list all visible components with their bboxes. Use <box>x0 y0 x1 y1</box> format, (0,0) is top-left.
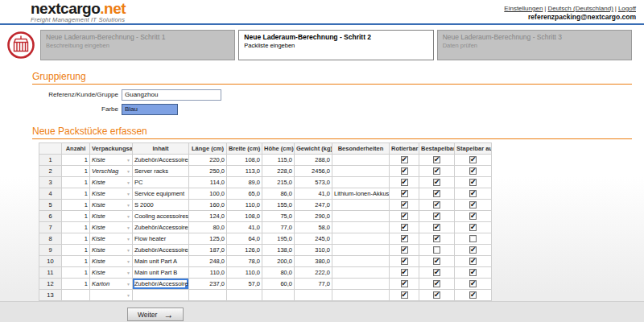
gewicht-cell[interactable]: 41,0 <box>295 188 332 199</box>
hoehe-cell[interactable]: 195,0 <box>262 233 295 244</box>
checkbox-icon[interactable] <box>401 246 408 254</box>
gewicht-cell[interactable]: 288,0 <box>295 154 332 165</box>
checkbox-icon[interactable] <box>401 201 408 208</box>
link-einstellungen[interactable]: Einstellungen <box>504 5 543 12</box>
laenge-cell[interactable]: 125,0 <box>189 233 227 244</box>
hoehe-cell[interactable]: 80,0 <box>262 266 295 278</box>
bestapelbar-cell[interactable] <box>419 154 455 165</box>
breite-cell[interactable] <box>227 289 262 300</box>
color-input[interactable] <box>122 104 178 115</box>
besonderheiten-cell[interactable] <box>332 289 390 300</box>
gewicht-cell[interactable]: 310,0 <box>295 244 332 255</box>
checkbox-icon[interactable] <box>433 167 440 175</box>
gewicht-cell[interactable]: 247,0 <box>295 199 332 210</box>
laenge-cell[interactable] <box>189 289 227 300</box>
chevron-down-icon[interactable]: ▼ <box>126 203 130 208</box>
hoehe-cell[interactable] <box>262 289 295 300</box>
chevron-down-icon[interactable]: ▼ <box>126 259 130 264</box>
checkbox-icon[interactable] <box>469 258 477 265</box>
checkbox-icon[interactable] <box>469 167 477 175</box>
besonderheiten-cell[interactable] <box>332 210 390 221</box>
checkbox-icon[interactable] <box>469 224 477 231</box>
hoehe-cell[interactable]: 138,0 <box>262 244 295 255</box>
chevron-down-icon[interactable]: ▼ <box>126 192 130 196</box>
rotierbar-cell[interactable] <box>390 233 419 244</box>
bestapelbar-cell[interactable] <box>419 176 455 188</box>
checkbox-icon[interactable] <box>469 213 477 220</box>
bestapelbar-cell[interactable] <box>419 188 455 199</box>
checkbox-icon[interactable] <box>401 224 408 231</box>
hoehe-cell[interactable]: 75,0 <box>262 210 295 221</box>
anzahl-cell[interactable]: 1 <box>62 255 90 266</box>
checkbox-icon[interactable] <box>401 258 408 265</box>
bestapelbar-cell[interactable] <box>419 221 455 233</box>
besonderheiten-cell[interactable] <box>332 233 390 244</box>
anzahl-cell[interactable]: 1 <box>62 176 90 188</box>
laenge-cell[interactable]: 110,0 <box>189 266 227 278</box>
checkbox-icon[interactable] <box>433 213 440 220</box>
anzahl-cell[interactable]: 1 <box>62 154 90 165</box>
breite-cell[interactable]: 108,0 <box>227 210 262 221</box>
inhalt-cell[interactable]: Cooling accessoires <box>133 210 189 221</box>
laenge-cell[interactable]: 80,0 <box>189 221 227 233</box>
checkbox-icon[interactable] <box>469 179 477 186</box>
stapelbar-auf-cell[interactable] <box>455 210 492 221</box>
rotierbar-cell[interactable] <box>390 176 419 188</box>
hoehe-cell[interactable]: 86,0 <box>262 188 295 199</box>
rotierbar-cell[interactable] <box>390 210 419 221</box>
checkbox-icon[interactable] <box>433 258 440 265</box>
anzahl-cell[interactable]: 1 <box>62 278 90 289</box>
breite-cell[interactable]: 64,0 <box>227 233 262 244</box>
inhalt-cell[interactable]: Zubehör/Accessoires <box>133 221 189 233</box>
besonderheiten-cell[interactable] <box>332 266 390 278</box>
bestapelbar-cell[interactable] <box>419 199 455 210</box>
stapelbar-auf-cell[interactable] <box>455 188 492 199</box>
verpackungsart-cell[interactable]: Kiste▼ <box>90 233 133 244</box>
chevron-down-icon[interactable]: ▼ <box>126 293 130 298</box>
breite-cell[interactable]: 110,0 <box>227 266 262 278</box>
checkbox-icon[interactable] <box>433 291 440 299</box>
anzahl-cell[interactable]: 1 <box>62 266 90 278</box>
chevron-down-icon[interactable]: ▼ <box>126 214 130 219</box>
chevron-down-icon[interactable]: ▼ <box>126 270 130 275</box>
rotierbar-cell[interactable] <box>390 199 419 210</box>
next-button[interactable]: Weiter → <box>127 308 184 321</box>
gewicht-cell[interactable]: 245,0 <box>295 233 332 244</box>
breite-cell[interactable]: 126,0 <box>227 244 262 255</box>
gewicht-cell[interactable]: 77,0 <box>295 278 332 289</box>
checkbox-icon[interactable] <box>433 235 440 242</box>
checkbox-icon[interactable] <box>469 190 477 197</box>
anzahl-cell[interactable]: 1 <box>62 221 90 233</box>
gewicht-cell[interactable]: 58,0 <box>295 221 332 233</box>
anzahl-cell[interactable]: 1 <box>62 188 90 199</box>
checkbox-icon[interactable] <box>433 224 440 231</box>
reference-input[interactable] <box>122 89 221 101</box>
rotierbar-cell[interactable] <box>390 165 419 176</box>
breite-cell[interactable]: 57,0 <box>227 278 262 289</box>
verpackungsart-cell[interactable]: ▼ <box>90 289 133 300</box>
rotierbar-cell[interactable] <box>390 255 419 266</box>
inhalt-cell[interactable]: Server racks <box>133 165 189 176</box>
hoehe-cell[interactable]: 115,0 <box>262 154 295 165</box>
laenge-cell[interactable]: 124,0 <box>189 210 227 221</box>
checkbox-icon[interactable] <box>401 269 408 276</box>
checkbox-icon[interactable] <box>469 280 477 287</box>
stapelbar-auf-cell[interactable] <box>455 176 492 188</box>
breite-cell[interactable]: 78,0 <box>227 255 262 266</box>
stapelbar-auf-cell[interactable] <box>455 199 492 210</box>
rotierbar-cell[interactable] <box>390 266 419 278</box>
stapelbar-auf-cell[interactable] <box>455 154 492 165</box>
besonderheiten-cell[interactable] <box>332 176 390 188</box>
stapelbar-auf-cell[interactable] <box>455 266 492 278</box>
besonderheiten-cell[interactable] <box>332 221 390 233</box>
verpackungsart-cell[interactable]: Kiste▼ <box>90 199 133 210</box>
stapelbar-auf-cell[interactable] <box>455 255 492 266</box>
chevron-down-icon[interactable]: ▼ <box>126 282 130 287</box>
checkbox-icon[interactable] <box>401 291 408 299</box>
gewicht-cell[interactable]: 573,0 <box>295 176 332 188</box>
hoehe-cell[interactable]: 215,0 <box>262 176 295 188</box>
rotierbar-cell[interactable] <box>390 221 419 233</box>
verpackungsart-cell[interactable]: Kiste▼ <box>90 266 133 278</box>
breite-cell[interactable]: 41,0 <box>227 221 262 233</box>
besonderheiten-cell[interactable] <box>332 278 390 289</box>
